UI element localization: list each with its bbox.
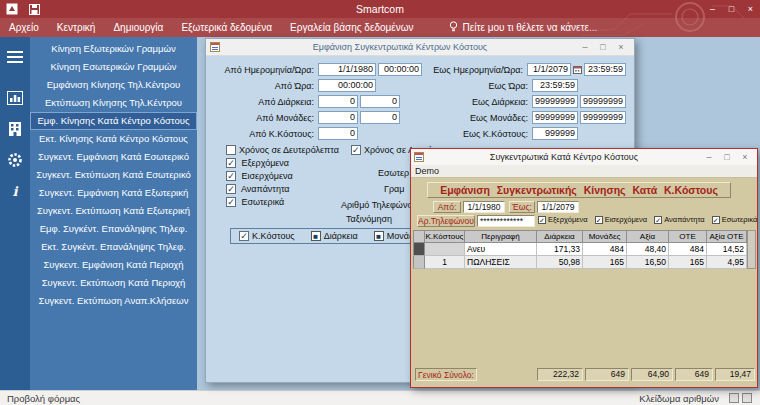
close-button[interactable]: × <box>741 0 760 18</box>
sidebar-item-emf-kinisis-kentro-kostous[interactable]: Εμφ. Κίνησης Κατά Κέντρο Κόστους <box>30 112 197 130</box>
from-date-input[interactable]: 1/1/1980 <box>318 63 376 76</box>
column-header-ote[interactable]: ΟΤΕ <box>669 230 707 243</box>
to-date-input[interactable]: 1/1/2079 <box>527 63 571 76</box>
sidebar-item-sygkent-ektiposi-periochi[interactable]: Συγκεντ. Εκτύπωση Κατά Περιοχή <box>30 274 197 292</box>
filter-unanswered-checkbox[interactable]: ✓ Αναπάντητα <box>654 215 704 224</box>
sidebar-item-kinisi-esoterikon[interactable]: Κίνηση Εσωτερικών Γραμμών <box>30 58 197 76</box>
report-filters: ✓ Εξερχόμενα ✓ Εισερχόμενα ✓ Αναπάντητα … <box>538 215 757 224</box>
record-selector[interactable] <box>413 243 425 256</box>
window-controls: – □ × <box>703 0 760 18</box>
cell-value[interactable]: 16,50 <box>627 256 669 269</box>
dialog-maximize-button[interactable]: □ <box>594 42 612 52</box>
menu-database-tools[interactable]: Εργαλεία βάσης δεδομένων <box>281 18 422 37</box>
menu-external-data[interactable]: Εξωτερικά δεδομένα <box>172 18 281 37</box>
dialog-close-button[interactable]: × <box>612 42 630 52</box>
to-units-input-1[interactable]: 99999999 <box>532 111 578 124</box>
column-header-duration[interactable]: Διάρκεια <box>537 230 583 243</box>
to-hour-input[interactable]: 23:59:59 <box>532 79 578 92</box>
gear-icon[interactable] <box>0 148 30 172</box>
option-box: ■ <box>311 231 321 241</box>
column-header-units[interactable]: Μονάδες <box>583 230 627 243</box>
to-costcenter-input[interactable]: 999999 <box>532 127 578 140</box>
sidebar-item-sygkent-emfanisi-periochi[interactable]: Συγκεντ. Εμφάνιση Κατά Περιοχή <box>30 256 197 274</box>
column-header-value[interactable]: Αξία <box>627 230 669 243</box>
cell-units[interactable]: 165 <box>583 256 627 269</box>
menu-file[interactable]: Αρχείο <box>0 18 48 37</box>
filter-outgoing-checkbox[interactable]: ✓ Εξερχόμενα <box>538 215 588 224</box>
chart-icon[interactable] <box>0 86 30 110</box>
cell-value[interactable]: 48,40 <box>627 243 669 256</box>
column-header-description[interactable]: Περιγραφή <box>465 230 537 243</box>
to-duration-input-1[interactable]: 99999999 <box>532 95 578 108</box>
column-header-value-ote[interactable]: Αξία ΟΤΕ <box>707 230 747 243</box>
info-icon[interactable]: i <box>0 179 30 203</box>
building-icon[interactable] <box>0 117 30 141</box>
minimize-button[interactable]: – <box>703 0 722 18</box>
vertical-scrollbar[interactable] <box>747 230 756 269</box>
maximize-button[interactable]: □ <box>722 0 741 18</box>
report-minimize-button[interactable]: – <box>700 152 718 162</box>
seconds-checkbox[interactable]: Χρόνος σε Δευτερόλεπτα <box>226 145 339 155</box>
from-date-value[interactable]: 1/1/1980 <box>463 201 505 213</box>
column-header-costcenter[interactable]: Κ.Κόστους <box>425 230 465 243</box>
record-selector[interactable] <box>413 256 425 269</box>
from-time-input[interactable]: 00:00:00 <box>378 63 422 76</box>
cell-value-ote[interactable]: 4,95 <box>707 256 747 269</box>
cell-description[interactable]: ΠΩΛΗΣΕΙΣ <box>465 256 537 269</box>
cell-duration[interactable]: 171,33 <box>537 243 583 256</box>
to-time-input[interactable]: 23:59:59 <box>584 63 626 76</box>
from-units-input-2[interactable]: 0 <box>360 111 400 124</box>
report-titlebar[interactable]: Συγκεντρωτικά Κατά Κέντρο Κόστους – □ × <box>411 149 757 165</box>
report-heading-button[interactable]: Εμφάνιση Συγκεντρωτικής Κίνησης Κατά Κ.Κ… <box>427 182 731 198</box>
cell-value-ote[interactable]: 14,52 <box>707 243 747 256</box>
design-view-icon[interactable] <box>742 393 752 403</box>
dialog-minimize-button[interactable]: – <box>576 42 594 52</box>
filter-incoming-checkbox[interactable]: ✓ Εισερχόμενα <box>595 215 648 224</box>
checkbox-label: Εσωτερικά <box>242 197 285 207</box>
sidebar-item-emf-sygkent-epanalipsis[interactable]: Εμφ. Συγκέντ. Επανάληψης Τηλεφ. <box>30 220 197 238</box>
menu-create[interactable]: Δημιουργία <box>104 18 172 37</box>
hamburger-menu-icon[interactable] <box>0 45 30 69</box>
from-costcenter-input[interactable]: 0 <box>318 127 358 140</box>
date-picker-icon[interactable] <box>573 65 582 74</box>
cell-costcenter[interactable] <box>425 243 465 256</box>
form-view-icon[interactable] <box>729 393 739 403</box>
view-switcher <box>729 393 752 403</box>
filter-internal-checkbox[interactable]: ✓ Εσωτερικά <box>712 215 758 224</box>
from-units-input-1[interactable]: 0 <box>318 111 358 124</box>
sidebar-item-ekt-kinisis-kentro-kostous[interactable]: Εκτ. Κίνησης Κατά Κέντρο Κόστους <box>30 130 197 148</box>
tellme-box[interactable]: Πείτε μου τι θέλετε να κάνετε... <box>449 21 598 34</box>
to-units-input-2[interactable]: 99999999 <box>580 111 626 124</box>
save-icon[interactable] <box>29 4 40 15</box>
sidebar-item-sygkent-ektiposi-anap-kliseon[interactable]: Συγκεντ. Εκτύπωση Αναπ.Κλήσεων <box>30 292 197 310</box>
cell-costcenter[interactable]: 1 <box>425 256 465 269</box>
app-icon[interactable] <box>6 3 18 15</box>
cell-description[interactable]: Ανευ <box>465 243 537 256</box>
to-duration-input-2[interactable]: 99999999 <box>580 95 626 108</box>
sidebar-item-ektiposi-kinisis-tilkentrou[interactable]: Εκτύπωση Κίνησης Τηλ.Κέντρου <box>30 94 197 112</box>
sort-costcenter-checkbox[interactable]: ✓ Κ.Κόστους <box>239 231 295 241</box>
cell-ote[interactable]: 165 <box>669 256 707 269</box>
to-date-value[interactable]: 1/1/2079 <box>537 201 579 213</box>
cell-duration[interactable]: 50,98 <box>537 256 583 269</box>
sort-duration-option[interactable]: ■ Διάρκεια <box>311 231 358 241</box>
report-maximize-button[interactable]: □ <box>718 152 736 162</box>
cell-units[interactable]: 484 <box>583 243 627 256</box>
phone-masked-input[interactable]: ************* <box>477 215 535 227</box>
menu-home[interactable]: Κεντρική <box>48 18 105 37</box>
cell-ote[interactable]: 484 <box>669 243 707 256</box>
sidebar-item-ekt-sygkent-epanalipsis[interactable]: Εκτ. Συγκέντ. Επανάληψης Τηλεφ. <box>30 238 197 256</box>
sidebar-item-sygkent-emfanisi-esoteriko[interactable]: Συγκεντ. Εμφάνιση Κατά Εσωτερικό <box>30 148 197 166</box>
from-duration-input-1[interactable]: 0 <box>318 95 358 108</box>
from-duration-input-2[interactable]: 0 <box>360 95 400 108</box>
report-close-button[interactable]: × <box>736 152 754 162</box>
from-hour-input[interactable]: 00:00:00 <box>318 79 376 92</box>
to-units-label: Εως Μονάδες: <box>402 113 532 123</box>
filter-dialog-titlebar[interactable]: Εμφάνιση Συγκεντρωτικά Κέντρων Κόστους –… <box>206 39 634 56</box>
sidebar-item-emfanisi-kinisis-tilkentrou[interactable]: Εμφάνιση Κίνησης Τηλ.Κέντρου <box>30 76 197 94</box>
sidebar-item-sygkent-ektiposi-esoteriko[interactable]: Συγκεντ. Εκτύπωση Κατά Εσωτερικό <box>30 166 197 184</box>
sidebar-item-sygkent-emfanisi-exoteriki[interactable]: Συγκεντ. Εμφάνιση Κατά Εξωτερική <box>30 184 197 202</box>
from-units-label: Από Μονάδες: <box>212 113 318 123</box>
sidebar-item-sygkent-ektiposi-exoteriki[interactable]: Συγκεντ. Εκτύπωση Κατά Εξωτερική <box>30 202 197 220</box>
sidebar-item-kinisi-exoterikon[interactable]: Κίνηση Εξωτερικών Γραμμών <box>30 40 197 58</box>
